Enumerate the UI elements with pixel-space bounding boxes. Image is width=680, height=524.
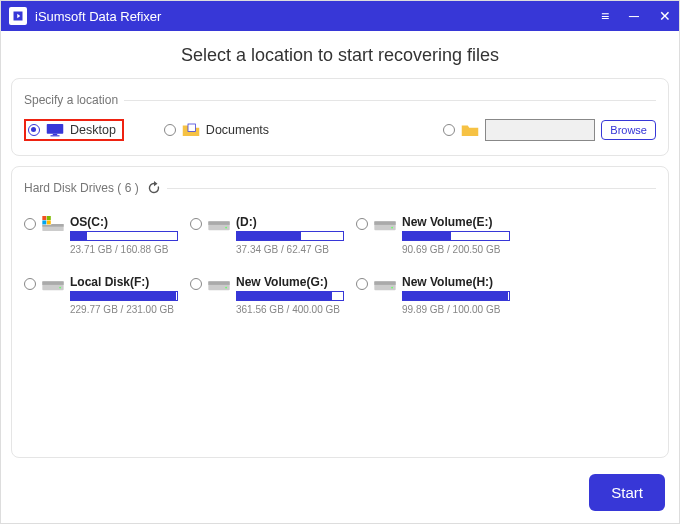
drive-size: 23.71 GB / 160.88 GB [70,244,178,255]
drive-name: New Volume(E:) [402,215,510,229]
drive-radio[interactable] [190,278,202,290]
browse-folder-icon [461,123,479,137]
window-controls: ≡ ─ ✕ [601,8,671,24]
drive-option[interactable]: Local Disk(F:)229.77 GB / 231.00 GB [24,275,178,315]
drive-icon [374,276,396,292]
desktop-label: Desktop [70,123,116,137]
drive-option[interactable]: New Volume(H:)99.89 GB / 100.00 GB [356,275,510,315]
drive-option[interactable]: (D:)37.34 GB / 62.47 GB [190,215,344,255]
documents-folder-icon [182,123,200,137]
browse-button[interactable]: Browse [601,120,656,140]
drive-name: (D:) [236,215,344,229]
drive-name: Local Disk(F:) [70,275,178,289]
desktop-radio[interactable] [28,124,40,136]
svg-rect-18 [42,281,63,285]
drives-grid: OS(C:)23.71 GB / 160.88 GB(D:)37.34 GB /… [24,207,656,335]
drive-size: 229.77 GB / 231.00 GB [70,304,178,315]
drive-usage-bar [236,291,344,301]
drive-usage-bar [236,231,344,241]
start-button[interactable]: Start [589,474,665,511]
drive-size: 90.69 GB / 200.50 GB [402,244,510,255]
specify-legend: Specify a location [24,93,124,107]
svg-point-16 [391,227,393,229]
svg-rect-21 [208,281,229,285]
drive-option[interactable]: New Volume(G:)361.56 GB / 400.00 GB [190,275,344,315]
svg-point-19 [59,287,61,289]
app-title: iSumsoft Data Refixer [35,9,601,24]
minimize-button[interactable]: ─ [629,8,639,24]
drive-icon [208,276,230,292]
drive-usage-bar [402,231,510,241]
title-bar: iSumsoft Data Refixer ≡ ─ ✕ [1,1,679,31]
drive-radio[interactable] [24,278,36,290]
svg-rect-10 [47,220,51,224]
drive-name: OS(C:) [70,215,178,229]
monitor-icon [46,123,64,137]
svg-rect-0 [47,124,64,134]
os-drive-icon [42,216,64,232]
svg-point-22 [225,287,227,289]
drive-name: New Volume(G:) [236,275,344,289]
documents-label: Documents [206,123,269,137]
browse-radio[interactable] [443,124,455,136]
close-button[interactable]: ✕ [659,8,671,24]
browse-path-input[interactable] [485,119,595,141]
drive-icon [42,276,64,292]
browse-option[interactable]: Browse [443,119,656,141]
desktop-option-highlight: Desktop [24,119,124,141]
documents-radio[interactable] [164,124,176,136]
specify-location-card: Specify a location Desktop Documents Bro… [11,78,669,156]
svg-rect-7 [42,216,46,220]
drive-option[interactable]: OS(C:)23.71 GB / 160.88 GB [24,215,178,255]
page-heading: Select a location to start recovering fi… [1,45,679,66]
drive-icon [374,216,396,232]
drive-radio[interactable] [24,218,36,230]
drive-option[interactable]: New Volume(E:)90.69 GB / 200.50 GB [356,215,510,255]
drive-usage-bar [402,291,510,301]
svg-rect-2 [51,135,60,136]
menu-button[interactable]: ≡ [601,8,609,24]
drive-size: 99.89 GB / 100.00 GB [402,304,510,315]
drive-size: 37.34 GB / 62.47 GB [236,244,344,255]
drive-size: 361.56 GB / 400.00 GB [236,304,344,315]
drive-icon [208,216,230,232]
svg-rect-9 [42,220,46,224]
refresh-icon[interactable] [147,181,161,195]
drive-usage-bar [70,291,178,301]
svg-rect-1 [53,134,58,136]
drives-legend: Hard Disk Drives ( 6 ) [24,181,167,195]
app-logo-icon [9,7,27,25]
drive-radio[interactable] [356,218,368,230]
documents-option[interactable]: Documents [164,123,269,137]
svg-rect-15 [374,221,395,225]
svg-rect-3 [188,124,196,132]
svg-rect-8 [47,216,51,220]
drive-name: New Volume(H:) [402,275,510,289]
svg-point-13 [225,227,227,229]
svg-rect-24 [374,281,395,285]
drive-radio[interactable] [356,278,368,290]
drives-card: Hard Disk Drives ( 6 ) OS(C:)23.71 GB / … [11,166,669,458]
drive-usage-bar [70,231,178,241]
svg-rect-12 [208,221,229,225]
drive-radio[interactable] [190,218,202,230]
svg-point-25 [391,287,393,289]
desktop-option[interactable]: Desktop [28,123,116,137]
drives-legend-text: Hard Disk Drives ( 6 ) [24,181,139,195]
